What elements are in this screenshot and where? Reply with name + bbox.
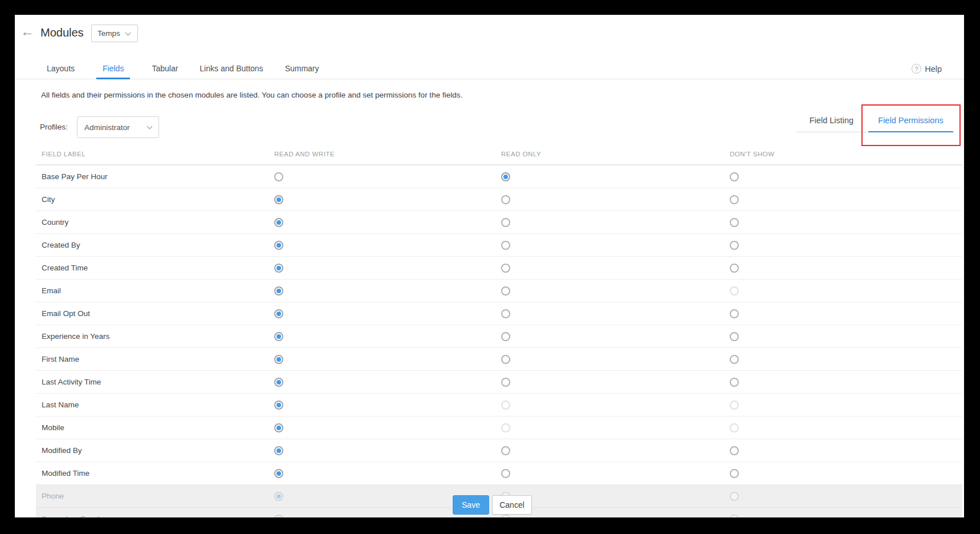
field-label: City — [42, 195, 55, 204]
module-dropdown[interactable]: Temps — [91, 25, 138, 42]
radio-read-only[interactable] — [501, 172, 510, 181]
radio-read-only[interactable] — [501, 309, 510, 318]
nav-tabbar: Layouts Fields Tabular Links and Buttons… — [15, 60, 964, 79]
radio-dont-show[interactable] — [730, 241, 739, 250]
tab-field-listing[interactable]: Field Listing — [796, 111, 867, 132]
table-row: Experience in Years — [36, 325, 962, 348]
radio-read-write[interactable] — [274, 378, 283, 387]
field-label: Last Name — [42, 400, 79, 409]
radio-dont-show — [730, 423, 739, 432]
radio-read-write[interactable] — [274, 469, 283, 478]
radio-read-only[interactable] — [501, 469, 510, 478]
table-header: FIELD LABEL READ AND WRITE READ ONLY DON… — [36, 145, 962, 165]
table-row: City — [36, 188, 962, 211]
radio-read-only[interactable] — [501, 241, 510, 250]
tab-links-and-buttons[interactable]: Links and Buttons — [200, 60, 263, 79]
field-label: Modified By — [42, 446, 82, 455]
radio-read-write[interactable] — [274, 423, 283, 432]
radio-dont-show[interactable] — [730, 469, 739, 478]
back-arrow-icon[interactable]: ← — [21, 25, 34, 38]
radio-read-write[interactable] — [274, 400, 283, 410]
cancel-button[interactable]: Cancel — [492, 495, 532, 515]
save-button[interactable]: Save — [453, 495, 489, 515]
radio-read-write — [274, 492, 283, 501]
help-label: Help — [925, 64, 942, 74]
table-row: Country — [36, 211, 962, 234]
table-body: Base Pay Per Hour City Country Created B… — [36, 165, 962, 517]
field-label: Modified Time — [42, 469, 90, 478]
table-row: Email Opt Out — [36, 302, 962, 325]
radio-read-only — [501, 423, 510, 432]
field-label: Experience in Years — [42, 332, 109, 341]
module-dropdown-value: Temps — [97, 29, 120, 38]
radio-read-only[interactable] — [501, 286, 510, 296]
tab-layouts[interactable]: Layouts — [47, 60, 75, 79]
radio-dont-show — [730, 492, 739, 501]
radio-read-write[interactable] — [274, 355, 283, 364]
radio-dont-show — [730, 286, 739, 296]
radio-read-write[interactable] — [274, 264, 283, 273]
radio-read-write[interactable] — [274, 218, 283, 227]
field-permissions-table: FIELD LABEL READ AND WRITE READ ONLY DON… — [36, 145, 962, 517]
field-label: Email Opt Out — [42, 309, 90, 318]
table-row: Base Pay Per Hour — [36, 165, 962, 188]
table-row: Created By — [36, 234, 962, 257]
table-row: Last Activity Time — [36, 371, 962, 394]
field-label: Phone — [42, 492, 64, 500]
radio-dont-show[interactable] — [730, 332, 739, 341]
field-label: Country — [42, 218, 68, 226]
radio-read-only[interactable] — [501, 355, 510, 364]
radio-dont-show[interactable] — [730, 378, 739, 387]
field-label: Created By — [42, 241, 80, 249]
tab-fields[interactable]: Fields — [96, 60, 130, 79]
column-header-field-label: FIELD LABEL — [42, 151, 86, 157]
radio-read-write[interactable] — [274, 286, 283, 296]
radio-read-only[interactable] — [501, 378, 510, 387]
radio-read-write[interactable] — [274, 309, 283, 318]
table-row: Mobile — [36, 416, 962, 439]
field-label: Mobile — [42, 423, 64, 432]
radio-dont-show[interactable] — [730, 309, 739, 318]
radio-read-only[interactable] — [501, 332, 510, 341]
field-label: Secondary Email — [42, 515, 100, 517]
table-row: First Name — [36, 348, 962, 371]
radio-read-only[interactable] — [501, 446, 510, 455]
chevron-down-icon — [147, 124, 153, 130]
radio-read-write — [274, 515, 283, 517]
profiles-dropdown-value: Administrator — [84, 123, 130, 132]
view-toggle: Field Listing Field Permissions — [796, 111, 953, 132]
radio-dont-show[interactable] — [730, 355, 739, 364]
page-title: Modules — [40, 26, 84, 39]
tab-tabular[interactable]: Tabular — [152, 60, 178, 79]
profiles-dropdown[interactable]: Administrator — [77, 116, 159, 138]
radio-read-only — [501, 515, 510, 517]
table-row: Modified By — [36, 439, 962, 462]
radio-dont-show — [730, 400, 739, 410]
radio-read-write[interactable] — [274, 332, 283, 341]
radio-dont-show — [730, 515, 739, 517]
tab-field-permissions[interactable]: Field Permissions — [868, 111, 953, 132]
radio-read-only[interactable] — [501, 195, 510, 204]
radio-dont-show[interactable] — [730, 195, 739, 204]
tab-summary[interactable]: Summary — [285, 60, 319, 79]
radio-read-write[interactable] — [274, 446, 283, 455]
field-label: First Name — [42, 355, 79, 363]
help-link[interactable]: ? Help — [912, 64, 942, 74]
radio-dont-show[interactable] — [730, 264, 739, 273]
radio-read-only[interactable] — [501, 218, 510, 227]
radio-dont-show[interactable] — [730, 218, 739, 227]
table-row: Email — [36, 280, 962, 302]
column-header-read-only: READ ONLY — [501, 151, 541, 157]
radio-dont-show[interactable] — [730, 446, 739, 455]
help-question-icon: ? — [912, 64, 921, 74]
table-row: Modified Time — [36, 462, 962, 485]
table-row: Created Time — [36, 257, 962, 280]
field-label: Base Pay Per Hour — [42, 172, 108, 181]
radio-read-only[interactable] — [501, 264, 510, 273]
radio-dont-show[interactable] — [730, 172, 739, 181]
radio-read-write[interactable] — [274, 172, 283, 181]
radio-read-only — [501, 400, 510, 410]
field-label: Email — [42, 286, 61, 295]
radio-read-write[interactable] — [274, 241, 283, 250]
radio-read-write[interactable] — [274, 195, 283, 204]
